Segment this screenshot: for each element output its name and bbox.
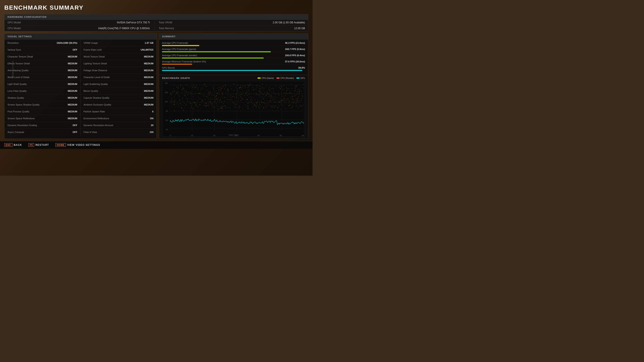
graph-section: BENCHMARK GRAPH CPU (Game)CPU (Render)GP… <box>159 75 308 139</box>
setting-value: MEDIUM <box>144 90 154 92</box>
cpu-row: CPU Model Intel(R) Core(TM) i7-5960X CPU… <box>4 25 308 31</box>
graph-inner <box>170 82 304 131</box>
setting-label: Async Compute <box>8 131 24 133</box>
setting-row: Lens Flare QualityMEDIUM <box>4 87 80 94</box>
setting-value: MEDIUM <box>68 96 77 99</box>
cpu-label: CPU Model <box>8 27 33 30</box>
graph-y-labels: 180150120906030 <box>162 81 169 131</box>
right-panel: SUMMARY Average GPU Framerate46.3 FPS (2… <box>159 33 308 139</box>
summary-row-group: Average GPU Framerate46.3 FPS (21.6ms) <box>162 42 305 46</box>
key-text: VIEW VIDEO SETTINGS <box>67 143 100 146</box>
summary-bar-fill <box>162 45 199 46</box>
hardware-rows: GPU Model NVIDIA GeForce GTX 750 Ti Tota… <box>4 20 308 31</box>
setting-label: Lighting Texture Detail <box>84 62 107 65</box>
summary-value: 37.6 FPS (26.6ms) <box>285 60 305 63</box>
setting-value: MEDIUM <box>144 96 154 99</box>
summary-bar <box>162 51 305 52</box>
setting-row: Ambient Occlusion QualityMEDIUM <box>80 101 156 108</box>
summary-value: 46.3 FPS (21.6ms) <box>285 42 305 44</box>
setting-value: MEDIUM <box>68 69 77 72</box>
setting-value: 6 <box>152 110 154 113</box>
setting-row: VRAM Usage1.97 GB <box>80 39 156 46</box>
setting-row: Character Level of DetailMEDIUM <box>80 74 156 81</box>
footer-btn-home[interactable]: HOMEVIEW VIDEO SETTINGS <box>56 143 100 147</box>
cpu-value: Intel(R) Core(TM) i7-5960X CPU @ 3.00GHz <box>33 27 154 30</box>
setting-row: Field of View100 <box>80 129 156 136</box>
setting-row: Resolution1920x1080 (50.0%) <box>4 39 80 46</box>
benchmark-graph-canvas <box>170 82 304 131</box>
x-label: 10 <box>191 134 193 137</box>
summary-bar <box>162 64 305 65</box>
key-badge: ESC <box>4 143 12 147</box>
summary-row-group: Average CPU Framerate (game)168.7 FPS (5… <box>162 48 305 52</box>
setting-label: Screen Space Shadow Quality <box>8 103 40 106</box>
setting-value: 1.97 GB <box>145 42 154 44</box>
memory-value: 12.00 GB <box>188 27 305 30</box>
key-text: BACK <box>14 143 22 146</box>
x-label: 60 <box>302 134 304 137</box>
setting-value: OFF <box>72 131 77 133</box>
setting-row: Dynamic Resolution Amount20 <box>80 122 156 129</box>
hardware-header: HARDWARE CONFIGURATION <box>4 14 308 20</box>
setting-row: Lighting Texture DetailMEDIUM <box>80 60 156 67</box>
key-text: RESTART <box>36 143 49 146</box>
summary-row: Average CPU Framerate (game)168.7 FPS (5… <box>162 48 305 50</box>
gpu-label: GPU Model <box>8 21 33 24</box>
setting-value: MEDIUM <box>68 117 77 120</box>
setting-row: Light Shaft QualityMEDIUM <box>4 81 80 87</box>
setting-label: VRAM Usage <box>84 42 98 44</box>
content-area: VISUAL SETTINGS Resolution1920x1080 (50.… <box>4 33 308 139</box>
settings-right-col: VRAM Usage1.97 GBFrame Rate LimitUNLIMIT… <box>80 39 156 136</box>
settings-grid: Resolution1920x1080 (50.0%)Vertical Sync… <box>4 39 156 136</box>
setting-row: Frame Rate LimitUNLIMITED <box>80 46 156 53</box>
y-axis-label: FRAMERATE (FPS) <box>12 61 14 78</box>
visual-settings-header: VISUAL SETTINGS <box>4 34 156 39</box>
setting-value: MEDIUM <box>68 90 77 92</box>
summary-label: GPU Bound <box>162 66 175 69</box>
footer-btn-f5[interactable]: F5RESTART <box>28 143 49 147</box>
setting-label: Frame Rate Limit <box>84 48 102 51</box>
summary-row: GPU Bound99.8% <box>162 66 305 69</box>
summary-bar-fill <box>162 64 192 65</box>
setting-value: MEDIUM <box>68 110 77 113</box>
summary-row: Average Minimum Framerate (bottom 5%)37.… <box>162 60 305 63</box>
graph-area: 180150120906030 0102030405060 TIME (SEC) <box>162 81 305 137</box>
setting-label: Vertical Sync <box>8 48 21 51</box>
summary-label: Average CPU Framerate (render) <box>162 54 197 57</box>
footer-btn-esc[interactable]: ESCBACK <box>4 143 22 147</box>
setting-row: Async ComputeOFF <box>4 129 80 136</box>
setting-value: OFF <box>72 124 77 126</box>
summary-row: Average GPU Framerate46.3 FPS (21.6ms) <box>162 42 305 44</box>
y-label: 60 <box>162 119 169 121</box>
setting-value: MEDIUM <box>144 69 154 72</box>
setting-row: Post Process QualityMEDIUM <box>4 108 80 115</box>
summary-bar-fill <box>162 70 302 71</box>
setting-row: Shadow QualityMEDIUM <box>4 94 80 101</box>
setting-label: Ambient Occlusion Quality <box>84 103 111 106</box>
setting-value: MEDIUM <box>68 55 77 58</box>
y-label: 180 <box>162 82 169 84</box>
key-badge: HOME <box>56 143 66 147</box>
setting-label: Lens Flare Quality <box>8 90 26 92</box>
setting-label: Field of View <box>84 131 97 133</box>
setting-value: 100 <box>150 131 154 133</box>
x-label: 0 <box>170 134 171 137</box>
legend-label: CPU (Render) <box>280 77 294 79</box>
setting-value: MEDIUM <box>144 62 154 65</box>
graph-header: BENCHMARK GRAPH CPU (Game)CPU (Render)GP… <box>162 77 305 79</box>
summary-bar <box>162 70 305 71</box>
page-title: BENCHMARK SUMMARY <box>4 4 308 11</box>
setting-label: Light Shaft Quality <box>8 83 27 85</box>
summary-row-group: Average Minimum Framerate (bottom 5%)37.… <box>162 60 305 65</box>
memory-label: Total Memory <box>154 27 188 30</box>
summary-bar <box>162 45 305 46</box>
summary-value: 156.8 FPS (6.4ms) <box>285 54 305 57</box>
visual-settings-panel: VISUAL SETTINGS Resolution1920x1080 (50.… <box>4 33 157 139</box>
setting-value: MEDIUM <box>68 103 77 106</box>
summary-bar-fill <box>162 51 271 52</box>
summary-bar-fill <box>162 57 264 58</box>
setting-label: Dynamic Resolution Amount <box>84 124 113 126</box>
summary-value: 168.7 FPS (5.9ms) <box>285 48 305 50</box>
setting-value: MEDIUM <box>68 76 77 78</box>
x-axis-label: TIME (SEC) <box>228 134 239 136</box>
